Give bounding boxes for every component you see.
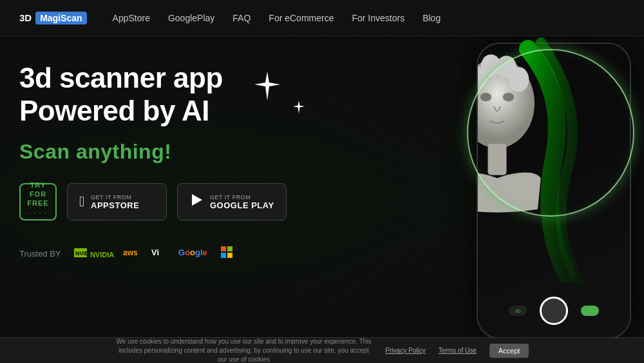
cookie-text: We use cookies to understand how you use… <box>115 337 373 364</box>
hero-subtitle: Scan anything! <box>19 140 287 164</box>
nav-faq[interactable]: FAQ <box>232 13 251 23</box>
svg-point-61 <box>509 67 529 92</box>
trusted-logos: NVIDIA NVIDIA aws Vi <box>74 246 233 260</box>
appstore-name-label: APPSTORE <box>91 201 139 210</box>
svg-rect-50 <box>221 246 226 251</box>
try-dots: · · · · · <box>28 210 48 224</box>
star-small-icon <box>293 101 305 116</box>
cookie-accept-button[interactable]: Accept <box>489 344 529 358</box>
trusted-label: Trusted BY <box>19 249 61 259</box>
nav-appstore[interactable]: AppStore <box>113 13 150 23</box>
googleplay-get-it-label: GET IT FROM <box>210 194 274 201</box>
phone-shutter-button[interactable] <box>540 297 568 325</box>
phone-container: 3D <box>386 36 644 363</box>
statue-head-graphic <box>478 47 555 240</box>
vi-logo: Vi <box>151 247 169 260</box>
svg-rect-51 <box>227 246 232 251</box>
nav-ecommerce[interactable]: For eCommerce <box>269 13 334 23</box>
phone-screen: 3D <box>478 44 630 338</box>
googleplay-name-label: GOOGLE PLAY <box>210 201 274 210</box>
terms-of-use-link[interactable]: Terms of Use <box>439 347 477 354</box>
phone-mode-indicator: 3D <box>509 306 527 316</box>
googleplay-button[interactable]: GET IT FROM GOOGLE PLAY <box>177 183 287 221</box>
hero-content: 3d scanner app Powered by AI Scan anythi… <box>19 62 287 260</box>
try-line3: FREE <box>27 199 48 208</box>
play-icon <box>189 193 204 211</box>
nav-investors[interactable]: For Investors <box>352 13 404 23</box>
privacy-policy-link[interactable]: Privacy Policy <box>386 347 426 354</box>
appstore-text: GET IT FROM APPSTORE <box>91 194 139 210</box>
appstore-get-it-label: GET IT FROM <box>91 194 139 201</box>
try-line1: TRY <box>30 181 46 190</box>
nav-googleplay[interactable]: GooglePlay <box>168 13 214 23</box>
phone-frame: 3D <box>477 43 631 339</box>
phone-green-button[interactable] <box>581 306 599 316</box>
google-logo: Google <box>178 246 212 260</box>
microsoft-logo <box>221 246 232 260</box>
svg-point-56 <box>503 93 514 102</box>
nvidia-logo: NVIDIA NVIDIA <box>74 248 115 259</box>
header: 3D MagiScan AppStore GooglePlay FAQ For … <box>0 0 644 36</box>
logo-3d-text: 3D <box>19 12 32 23</box>
phone-ui: 3D <box>478 297 630 325</box>
logo[interactable]: 3D MagiScan <box>19 12 87 25</box>
appstore-button[interactable]:  GET IT FROM APPSTORE <box>67 183 167 221</box>
hero-title: 3d scanner app Powered by AI <box>19 62 287 127</box>
svg-rect-52 <box>221 253 226 258</box>
svg-text:aws: aws <box>123 248 138 257</box>
svg-text:Vi: Vi <box>151 248 159 257</box>
svg-rect-57 <box>488 144 506 175</box>
try-free-button[interactable]: TRY FOR FREE · · · · · <box>19 183 57 221</box>
aws-logo: aws <box>123 247 142 260</box>
svg-text:NVIDIA: NVIDIA <box>75 250 87 257</box>
googleplay-text: GET IT FROM GOOGLE PLAY <box>210 194 274 210</box>
svg-text:Google: Google <box>178 248 207 257</box>
cookie-banner: We use cookies to understand how you use… <box>0 337 644 363</box>
logo-badge: MagiScan <box>35 12 86 25</box>
svg-marker-44 <box>192 194 202 206</box>
nav-blog[interactable]: Blog <box>422 13 440 23</box>
try-line2: FOR <box>30 190 46 199</box>
main-content: 3d scanner app Powered by AI Scan anythi… <box>0 36 644 363</box>
apple-icon:  <box>79 193 84 210</box>
trusted-section: Trusted BY NVIDIA NVIDIA aws Vi <box>19 246 287 260</box>
nav: AppStore GooglePlay FAQ For eCommerce Fo… <box>113 13 441 23</box>
svg-point-55 <box>480 93 491 102</box>
cta-buttons: TRY FOR FREE · · · · ·  GET IT FROM APP… <box>19 183 287 221</box>
svg-rect-53 <box>227 253 232 258</box>
